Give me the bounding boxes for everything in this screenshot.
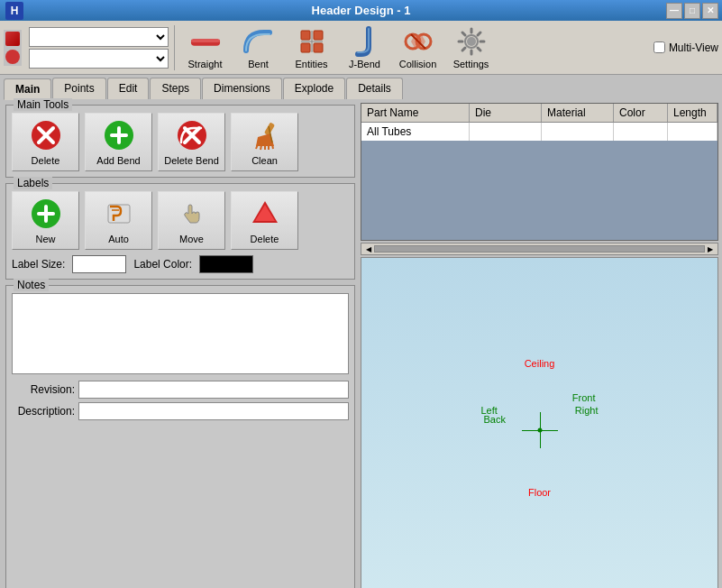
tab-edit[interactable]: Edit [107,78,150,99]
entities-label: Entities [295,59,327,69]
toolbar-combos [29,27,169,69]
notes-textarea[interactable] [12,293,349,374]
description-input[interactable] [78,402,349,420]
jbend-icon [349,25,381,58]
add-bend-button[interactable]: Add Bend [85,113,152,171]
auto-label-icon [103,198,135,230]
jbend-label: J-Bend [349,59,380,69]
notes-group: Notes Revision: Description: [5,285,355,588]
tab-steps[interactable]: Steps [150,78,201,99]
orientation-widget: Ceiling Floor Front Back Left Right [522,412,558,448]
bent-label: Bent [248,59,269,69]
tab-main[interactable]: Main [4,78,51,100]
tabs-bar: Main Points Edit Steps Dimensions Explod… [0,75,722,99]
svg-rect-5 [314,43,323,52]
cell-partname: All Tubes [361,123,470,141]
parts-table: Part Name Die Material Color Length All … [361,103,718,241]
right-panel: Part Name Die Material Color Length All … [361,99,722,588]
view-3d[interactable]: Ceiling Floor Front Back Left Right [361,257,718,588]
clean-label: Clean [251,155,278,166]
settings-label: Settings [453,59,489,69]
revision-label-text: Revision: [12,383,75,396]
window-controls: — □ ✕ [666,3,718,19]
straight-icon [189,25,222,58]
label-size-text: Label Size: [12,258,65,271]
separator-1 [174,25,175,70]
notes-group-label: Notes [14,279,49,291]
label-buttons: New Auto [12,191,349,250]
move-label-icon [176,198,208,230]
cell-length [668,123,717,141]
labels-group-label: Labels [14,177,52,189]
parts-table-header: Part Name Die Material Color Length [361,104,717,123]
label-size-row: Label Size: Label Color: [12,255,349,273]
combo-top[interactable] [29,27,169,47]
tab-details[interactable]: Details [346,78,403,99]
scroll-left-btn[interactable]: ◀ [363,245,374,253]
delete-label: Delete [32,155,60,166]
floor-label: Floor [528,487,551,498]
labels-group: Labels New [5,183,355,280]
delete-bend-icon [176,119,208,152]
delete-bend-button[interactable]: Delete Bend [158,113,225,171]
left-panel: Main Tools Delete [0,99,361,588]
collision-label: Collision [399,59,437,69]
svg-line-37 [272,144,273,149]
toolbar-straight[interactable]: Straight [180,23,230,71]
collision-icon [402,25,434,58]
svg-line-20 [462,48,465,51]
axis-cross [522,412,558,448]
tab-points[interactable]: Points [52,78,105,99]
scroll-area[interactable]: ◀ ▶ [361,243,718,255]
table-row[interactable]: All Tubes [361,123,717,141]
svg-line-34 [260,145,261,150]
toolbar-entities[interactable]: Entities [287,23,336,71]
svg-marker-44 [255,205,275,221]
window-title: Header Design - 1 [312,4,411,17]
delete-button[interactable]: Delete [12,113,79,171]
maximize-button[interactable]: □ [684,3,700,19]
multiview-label: Multi-View [669,41,718,54]
label-color-text: Label Color: [133,258,192,271]
minimize-button[interactable]: — [666,3,682,19]
new-label-label: New [35,234,55,244]
cell-die [470,123,542,141]
main-tools-group: Main Tools Delete [5,105,355,178]
svg-line-18 [478,48,480,51]
clean-button[interactable]: Clean [231,113,298,171]
axis-dot [537,427,542,432]
toolbar-settings[interactable]: Settings [446,23,496,71]
move-label-label: Move [179,234,204,244]
combo-bottom[interactable] [29,49,169,69]
revision-input[interactable] [78,381,349,399]
left-label: Left [481,405,498,416]
front-label: Front [572,392,596,403]
delete-label-button[interactable]: Delete [231,191,298,250]
add-bend-icon [103,119,135,152]
col-header-length: Length [668,104,717,122]
tab-explode[interactable]: Explode [283,78,345,99]
description-label-text: Description: [12,405,75,418]
new-label-icon [30,198,62,230]
scroll-track[interactable] [374,245,705,253]
col-header-die: Die [470,104,542,122]
col-header-partname: Part Name [361,104,470,122]
toolbar-bent[interactable]: Bent [233,23,283,71]
auto-label-button[interactable]: Auto [85,191,152,250]
move-label-button[interactable]: Move [158,191,225,250]
col-header-color: Color [614,104,668,122]
tab-dimensions[interactable]: Dimensions [202,78,282,99]
delete-label-icon [249,198,281,230]
clean-icon [249,119,281,152]
new-label-button[interactable]: New [12,191,79,250]
label-size-input[interactable] [72,255,126,273]
right-label: Right [575,405,599,416]
label-color-swatch[interactable] [199,255,253,273]
auto-label-label: Auto [108,234,129,244]
multiview-checkbox[interactable] [653,41,665,53]
toolbar-jbend[interactable]: J-Bend [340,23,389,71]
close-button[interactable]: ✕ [702,3,718,19]
toolbar-collision[interactable]: Collision [393,23,443,71]
scroll-right-btn[interactable]: ▶ [705,245,716,253]
entities-icon [296,25,328,58]
